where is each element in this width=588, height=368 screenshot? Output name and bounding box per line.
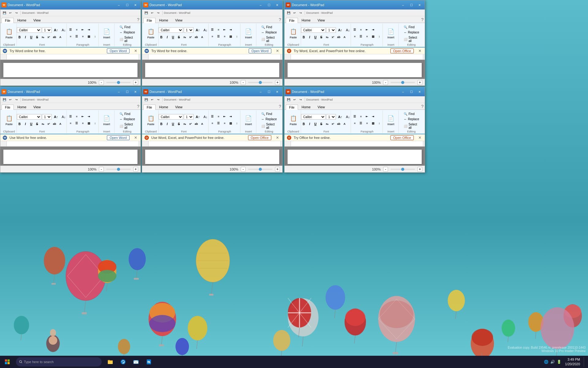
underline-button[interactable]: U <box>28 121 34 127</box>
qat-redo[interactable]: ↪ <box>14 97 19 102</box>
select-all-button[interactable]: ⬜ Select all <box>402 122 421 130</box>
bullets-button[interactable]: ☰ <box>68 114 73 119</box>
close-button[interactable]: ✕ <box>416 88 424 95</box>
select-all-button[interactable]: ⬜ Select all <box>118 122 137 130</box>
zoom-slider[interactable] <box>248 82 273 83</box>
line-spacing-button[interactable]: ↕ <box>234 34 239 39</box>
replace-button[interactable]: ↔ Replace <box>118 117 137 121</box>
zoom-in-button[interactable]: + <box>417 167 422 172</box>
document-area[interactable] <box>0 60 141 79</box>
tab-home[interactable]: Home <box>156 17 172 23</box>
font-size-decrease[interactable]: A↓ <box>202 114 209 120</box>
bold-button[interactable]: B <box>159 34 164 40</box>
font-size-select[interactable]: 11 <box>42 27 52 33</box>
tab-file[interactable]: File <box>143 18 156 23</box>
qat-undo[interactable]: ↩ <box>149 10 155 16</box>
bullets-button[interactable]: ☰ <box>352 27 357 33</box>
maximize-button[interactable]: ☐ <box>123 2 131 8</box>
tab-view[interactable]: View <box>30 17 44 23</box>
align-center-button[interactable]: ☰ <box>74 121 79 126</box>
bullets-button[interactable]: ☰ <box>68 27 73 33</box>
font-size-select[interactable]: 11 <box>326 27 336 33</box>
align-left-button[interactable]: ≡ <box>352 121 357 126</box>
font-size-select[interactable]: 11 <box>326 114 336 120</box>
paste-button[interactable]: 📋 Paste <box>3 24 15 43</box>
document-area[interactable] <box>142 147 282 166</box>
volume-icon[interactable]: 🔊 <box>550 360 555 364</box>
minimize-button[interactable]: – <box>257 2 265 8</box>
font-size-select[interactable]: 11 <box>42 114 52 120</box>
outdent-button[interactable]: ⇤ <box>222 114 227 119</box>
numbering-button[interactable]: ≡ <box>216 27 221 33</box>
help-button[interactable]: ? <box>279 104 281 109</box>
underline-button[interactable]: U <box>170 34 176 40</box>
maximize-button[interactable]: ☐ <box>407 2 415 8</box>
bold-button[interactable]: B <box>301 34 307 40</box>
highlight-button[interactable]: ab <box>52 121 57 127</box>
font-size-decrease[interactable]: A↓ <box>60 27 67 33</box>
tab-home[interactable]: Home <box>298 17 314 23</box>
strikethrough-button[interactable]: S <box>318 121 324 127</box>
font-name-select[interactable]: Calibri <box>301 114 326 120</box>
superscript-button[interactable]: X² <box>46 34 51 40</box>
notif-action-button[interactable]: Open Word <box>107 135 130 140</box>
align-left-button[interactable]: ≡ <box>68 34 73 39</box>
subscript-button[interactable]: X₂ <box>40 121 46 127</box>
font-size-increase[interactable]: A↑ <box>194 27 201 33</box>
align-center-button[interactable]: ☰ <box>216 121 221 126</box>
indent-button[interactable]: ⇥ <box>228 27 233 33</box>
help-button[interactable]: ? <box>279 17 281 23</box>
find-button[interactable]: 🔍 Find <box>402 112 421 116</box>
zoom-out-button[interactable]: - <box>241 80 246 85</box>
zoom-out-button[interactable]: - <box>383 167 388 172</box>
align-right-button[interactable]: ≡ <box>222 121 227 126</box>
minimize-button[interactable]: – <box>399 2 407 8</box>
find-button[interactable]: 🔍 Find <box>118 112 137 116</box>
tab-view[interactable]: View <box>172 104 186 109</box>
qat-save[interactable]: 💾 <box>143 10 149 16</box>
tab-view[interactable]: View <box>314 104 328 109</box>
subscript-button[interactable]: X₂ <box>324 34 330 40</box>
bold-button[interactable]: B <box>159 121 164 127</box>
font-size-decrease[interactable]: A↓ <box>202 27 209 33</box>
italic-button[interactable]: I <box>307 34 312 40</box>
line-spacing-button[interactable]: ↕ <box>92 121 98 126</box>
color-button[interactable]: A <box>199 121 205 127</box>
outdent-button[interactable]: ⇤ <box>222 27 227 33</box>
minimize-button[interactable]: – <box>115 88 123 95</box>
zoom-slider[interactable] <box>106 82 131 83</box>
document-area[interactable] <box>285 147 425 166</box>
select-all-button[interactable]: ⬜ Select all <box>260 122 278 130</box>
font-size-select[interactable]: 11 <box>184 114 194 120</box>
align-right-button[interactable]: ≡ <box>80 121 85 126</box>
justify-button[interactable]: ▤ <box>86 121 92 126</box>
font-size-decrease[interactable]: A↓ <box>344 114 351 120</box>
strikethrough-button[interactable]: S <box>34 121 40 127</box>
tab-file[interactable]: File <box>2 18 14 23</box>
find-button[interactable]: 🔍 Find <box>260 112 278 116</box>
network-icon[interactable]: 🌐 <box>544 360 548 364</box>
zoom-out-button[interactable]: - <box>99 80 104 85</box>
qat-undo[interactable]: ↩ <box>292 97 297 102</box>
indent-button[interactable]: ⇥ <box>370 27 376 33</box>
zoom-slider[interactable] <box>390 169 415 170</box>
justify-button[interactable]: ▤ <box>228 121 233 126</box>
strikethrough-button[interactable]: S <box>34 34 40 40</box>
help-button[interactable]: ? <box>137 104 139 109</box>
superscript-button[interactable]: X² <box>46 121 51 127</box>
taskbar-app-edge[interactable] <box>117 356 129 368</box>
insert-button[interactable]: 📄 Insert <box>385 24 397 43</box>
superscript-button[interactable]: X² <box>188 34 193 40</box>
close-button[interactable]: ✕ <box>273 88 281 95</box>
justify-button[interactable]: ▤ <box>228 34 233 39</box>
document-area[interactable] <box>0 147 141 166</box>
underline-button[interactable]: U <box>313 34 318 40</box>
font-name-select[interactable]: Calibri <box>17 27 41 33</box>
font-name-select[interactable]: Calibri <box>301 27 326 33</box>
align-left-button[interactable]: ≡ <box>209 121 215 126</box>
bullets-button[interactable]: ☰ <box>209 27 215 33</box>
qat-save[interactable]: 💾 <box>2 10 7 16</box>
maximize-button[interactable]: ☐ <box>407 88 415 95</box>
outdent-button[interactable]: ⇤ <box>80 114 85 119</box>
tab-file[interactable]: File <box>143 105 156 110</box>
